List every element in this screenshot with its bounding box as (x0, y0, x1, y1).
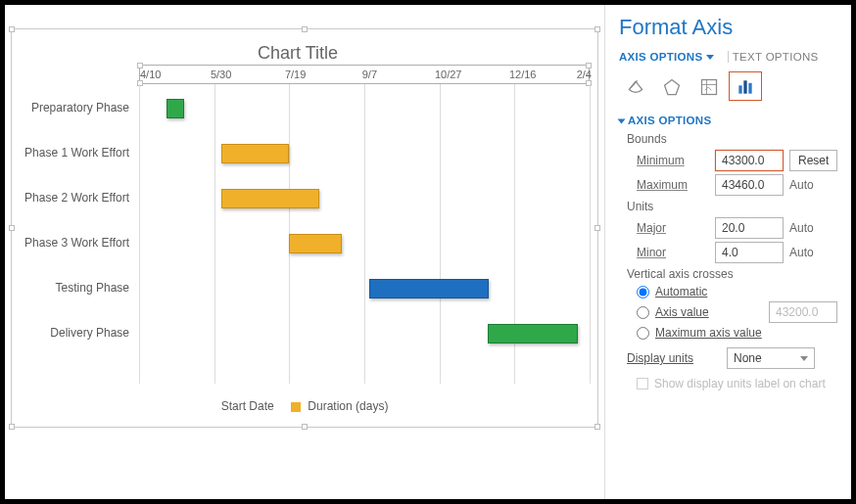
chart-row: Testing Phase (139, 279, 590, 298)
minor-label: Minor (637, 246, 709, 259)
gridline (590, 84, 591, 384)
display-units-value: None (734, 351, 762, 365)
svg-rect-1 (701, 79, 716, 94)
resize-handle[interactable] (594, 424, 600, 430)
axis-tick: 9/7 (362, 69, 377, 80)
resize-handle[interactable] (9, 424, 15, 430)
category-label: Testing Phase (12, 281, 129, 295)
pane-tab-row: AXIS OPTIONS TEXT OPTIONS (619, 50, 837, 64)
resize-handle[interactable] (9, 225, 15, 231)
chart-title[interactable]: Chart Title (16, 43, 580, 64)
data-bar[interactable] (289, 234, 342, 253)
show-units-label: Show display units label on chart (654, 377, 826, 390)
bounds-label: Bounds (627, 132, 837, 146)
chart-object[interactable]: Chart Title 4/10 5/30 7/19 9/7 10/27 12/… (11, 28, 598, 428)
data-bar[interactable] (221, 144, 289, 163)
minimum-reset-button[interactable]: Reset (789, 150, 837, 171)
pane-title: Format Axis (619, 15, 837, 40)
major-label: Major (637, 221, 709, 235)
svg-rect-4 (748, 83, 751, 94)
svg-rect-2 (738, 85, 741, 93)
svg-rect-3 (743, 80, 746, 93)
section-axis-options[interactable]: AXIS OPTIONS (619, 115, 837, 126)
resize-handle[interactable] (594, 26, 600, 32)
axis-tick: 12/16 (509, 69, 537, 80)
category-label: Phase 2 Work Effort (12, 191, 129, 205)
axis-tick: 7/19 (285, 69, 306, 80)
tab-text-options[interactable]: TEXT OPTIONS (728, 51, 819, 63)
axis-tick: 2/4 (577, 69, 592, 80)
display-units-select[interactable]: None (727, 347, 815, 369)
app-window: Chart Title 4/10 5/30 7/19 9/7 10/27 12/… (5, 5, 851, 499)
plot-area[interactable]: Preparatory Phase Phase 1 Work Effort Ph… (139, 84, 590, 384)
axis-tick: 5/30 (211, 69, 231, 80)
resize-handle[interactable] (302, 26, 308, 32)
minor-input[interactable] (715, 242, 784, 263)
radio-axis-value-label: Axis value (655, 305, 763, 319)
chart-pane: Chart Title 4/10 5/30 7/19 9/7 10/27 12/… (5, 5, 604, 499)
axis-icon-group (619, 71, 837, 101)
tab-axis-options[interactable]: AXIS OPTIONS (619, 51, 706, 63)
data-bar[interactable] (369, 279, 490, 298)
major-auto-label: Auto (789, 221, 827, 235)
effects-icon[interactable] (655, 71, 689, 101)
radio-automatic-label: Automatic (655, 285, 707, 298)
data-bar[interactable] (166, 99, 184, 118)
category-label: Delivery Phase (12, 326, 129, 340)
resize-handle[interactable] (594, 225, 600, 231)
radio-max-axis-value-label: Maximum axis value (655, 326, 762, 340)
horizontal-axis[interactable]: 4/10 5/30 7/19 9/7 10/27 12/16 2/4 (139, 65, 590, 84)
svg-marker-0 (665, 79, 680, 94)
size-properties-icon[interactable] (692, 71, 726, 101)
chevron-down-icon (800, 356, 808, 361)
section-label: AXIS OPTIONS (628, 115, 711, 126)
category-label: Phase 1 Work Effort (12, 146, 129, 160)
minor-auto-label: Auto (789, 246, 827, 259)
maximum-input[interactable] (715, 174, 784, 196)
data-bar[interactable] (221, 189, 319, 208)
resize-handle[interactable] (302, 424, 308, 430)
chart-row: Phase 3 Work Effort (139, 234, 590, 253)
axis-tick: 4/10 (140, 69, 161, 80)
show-units-checkbox (637, 378, 648, 389)
chevron-down-icon[interactable] (706, 55, 714, 60)
chart-row: Phase 2 Work Effort (139, 189, 590, 208)
chart-row: Preparatory Phase (139, 99, 590, 118)
category-label: Preparatory Phase (12, 101, 129, 115)
major-input[interactable] (715, 217, 784, 239)
category-label: Phase 3 Work Effort (12, 236, 129, 250)
legend-swatch (291, 402, 301, 412)
resize-handle[interactable] (9, 26, 15, 32)
fill-line-icon[interactable] (619, 71, 652, 101)
axis-options-icon[interactable] (729, 71, 762, 101)
maximum-auto-label: Auto (789, 178, 827, 192)
minimum-label: Minimum (637, 154, 709, 167)
radio-automatic[interactable] (637, 286, 649, 298)
legend-entry: Start Date (221, 399, 274, 413)
units-label: Units (627, 200, 837, 213)
axis-value-input[interactable] (769, 301, 837, 323)
chart-legend[interactable]: Start Date Duration (days) (12, 399, 597, 413)
display-units-label: Display units (627, 351, 721, 365)
vertical-cross-label: Vertical axis crosses (627, 267, 837, 281)
maximum-label: Maximum (637, 178, 709, 192)
legend-entry: Duration (days) (308, 399, 388, 413)
chart-row: Delivery Phase (139, 324, 590, 344)
minimum-input[interactable] (715, 150, 784, 171)
axis-tick: 10/27 (435, 69, 462, 80)
radio-axis-value[interactable] (637, 306, 649, 319)
radio-max-axis-value[interactable] (637, 327, 649, 340)
chart-row: Phase 1 Work Effort (139, 144, 590, 163)
format-axis-pane: Format Axis AXIS OPTIONS TEXT OPTIONS (604, 5, 851, 499)
data-bar[interactable] (488, 324, 578, 344)
collapse-triangle-icon (618, 118, 626, 123)
